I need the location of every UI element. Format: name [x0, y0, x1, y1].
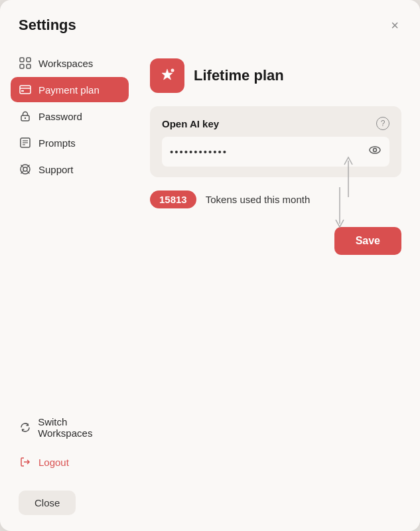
support-icon — [19, 163, 32, 175]
sidebar-item-support[interactable]: Support — [11, 157, 129, 182]
modal-title: Settings — [19, 17, 76, 34]
sidebar-item-logout[interactable]: Logout — [11, 449, 129, 475]
sidebar-logout-label: Logout — [38, 457, 69, 468]
svg-point-8 — [25, 117, 26, 119]
svg-rect-4 — [20, 86, 31, 94]
sidebar-prompts-label: Prompts — [38, 137, 76, 149]
tokens-annotation-wrapper: 15813 Tokens used this month — [150, 190, 401, 208]
save-row: Save — [150, 227, 401, 255]
workspaces-icon — [19, 57, 32, 69]
svg-point-22 — [374, 149, 377, 152]
sidebar: Workspaces Payment plan — [0, 45, 139, 480]
svg-rect-3 — [27, 64, 31, 68]
svg-rect-6 — [21, 90, 24, 92]
sidebar-password-label: Password — [38, 111, 82, 122]
eye-icon[interactable] — [368, 143, 382, 160]
switch-workspaces-icon — [19, 421, 31, 433]
sidebar-item-prompts[interactable]: Prompts — [11, 130, 129, 155]
prompts-icon — [19, 137, 32, 149]
close-icon-button[interactable]: × — [388, 16, 401, 35]
openai-key-label-row: Open AI key ? — [162, 117, 389, 130]
plan-icon — [150, 58, 184, 93]
close-footer-button[interactable]: Close — [19, 491, 76, 515]
sidebar-support-label: Support — [38, 164, 74, 175]
openai-key-label: Open AI key — [162, 118, 219, 129]
sidebar-item-password[interactable]: Password — [11, 104, 129, 129]
svg-point-21 — [370, 147, 380, 153]
logout-icon — [19, 456, 32, 468]
svg-point-20 — [171, 69, 175, 72]
modal-body: Workspaces Payment plan — [0, 45, 420, 480]
tokens-badge: 15813 — [150, 190, 196, 208]
sidebar-item-switch-workspaces[interactable]: Switch Workspaces — [11, 410, 129, 445]
sidebar-payment-label: Payment plan — [38, 84, 100, 96]
plan-header: Lifetime plan — [150, 58, 401, 93]
payment-plan-icon — [19, 84, 32, 96]
modal-footer: Close — [0, 480, 420, 531]
tokens-label: Tokens used this month — [206, 194, 311, 205]
help-icon[interactable]: ? — [376, 117, 389, 130]
sidebar-switch-workspaces-label: Switch Workspaces — [38, 416, 121, 439]
sidebar-item-payment-plan[interactable]: Payment plan — [11, 77, 129, 102]
svg-rect-1 — [27, 58, 31, 62]
main-content: Lifetime plan Open AI key ? — [139, 45, 420, 480]
plan-title: Lifetime plan — [194, 67, 284, 84]
sidebar-item-workspaces[interactable]: Workspaces — [11, 50, 129, 76]
password-icon — [19, 110, 32, 122]
svg-point-14 — [23, 167, 27, 171]
sidebar-workspaces-label: Workspaces — [38, 58, 93, 69]
modal-header: Settings × — [0, 0, 420, 45]
svg-rect-2 — [20, 64, 24, 68]
settings-modal: Settings × Workspaces — [0, 0, 420, 531]
svg-rect-0 — [20, 58, 24, 62]
